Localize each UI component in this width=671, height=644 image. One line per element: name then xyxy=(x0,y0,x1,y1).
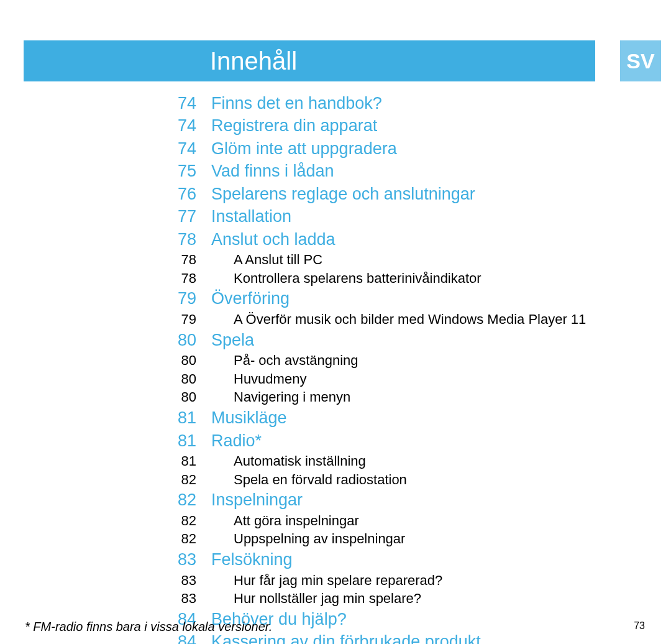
toc-page-number: 80 xyxy=(164,329,196,351)
toc-label: Anslut och ladda xyxy=(211,228,336,251)
toc-label: Spelarens reglage och anslutningar xyxy=(211,183,475,205)
toc-page-number: 78 xyxy=(164,228,196,251)
toc-label: Kontrollera spelarens batterinivåindikat… xyxy=(234,269,482,288)
toc-page-number: 83 xyxy=(164,571,196,590)
toc-section: 74Finns det en handbok? xyxy=(164,92,649,114)
toc-subsection: 80Navigering i menyn xyxy=(164,388,649,407)
toc-subsection: 82Uppspelning av inspelningar xyxy=(164,530,649,548)
toc-label: Spela en förvald radiostation xyxy=(234,471,407,489)
toc-label: Uppspelning av inspelningar xyxy=(234,530,405,548)
toc-label: Huvudmeny xyxy=(234,370,306,389)
header-title: Innehåll xyxy=(210,47,297,75)
toc-label: Installation xyxy=(211,205,291,228)
toc-page-number: 82 xyxy=(164,489,196,511)
toc-subsection: 80Huvudmeny xyxy=(164,370,649,389)
language-code: SV xyxy=(626,49,654,73)
toc-label: Registrera din apparat xyxy=(211,114,377,137)
toc-page-number: 81 xyxy=(164,430,196,452)
toc-page-number: 80 xyxy=(164,388,196,407)
toc-section: 80Spela xyxy=(164,329,649,351)
toc-subsection: 80På- och avstängning xyxy=(164,351,649,370)
toc-page-number: 76 xyxy=(164,183,196,205)
toc-subsection: 82Att göra inspelningar xyxy=(164,512,649,530)
toc-label: Glöm inte att uppgradera xyxy=(211,137,397,160)
toc-page-number: 78 xyxy=(164,251,196,269)
toc-label: Navigering i menyn xyxy=(234,388,350,407)
toc-page-number: 82 xyxy=(164,512,196,530)
toc-section: 83Felsökning xyxy=(164,548,649,571)
page: Innehåll SV 74Finns det en handbok?74Reg… xyxy=(0,0,671,644)
toc-label: Vad finns i lådan xyxy=(211,160,334,182)
toc-label: Radio* xyxy=(211,430,262,452)
toc-label: Finns det en handbok? xyxy=(211,92,382,114)
toc-section: 78Anslut och ladda xyxy=(164,228,649,251)
toc-subsection: 78A Anslut till PC xyxy=(164,251,649,269)
toc-page-number: 82 xyxy=(164,530,196,548)
toc-page-number: 83 xyxy=(164,589,196,608)
header-bar: Innehåll xyxy=(24,40,595,81)
toc-page-number: 75 xyxy=(164,160,196,182)
toc-page-number: 81 xyxy=(164,407,196,429)
toc-subsection: 82Spela en förvald radiostation xyxy=(164,471,649,489)
toc-label: Hur får jag min spelare reparerad? xyxy=(234,571,442,590)
footnote: * FM-radio finns bara i vissa lokala ver… xyxy=(25,620,272,634)
toc-section: 82Inspelningar xyxy=(164,489,649,511)
toc-label: Felsökning xyxy=(211,548,293,571)
toc-page-number: 81 xyxy=(164,452,196,471)
toc-page-number: 80 xyxy=(164,351,196,370)
toc-label: Musikläge xyxy=(211,407,287,429)
toc-page-number: 74 xyxy=(164,92,196,114)
toc-section: 76Spelarens reglage och anslutningar xyxy=(164,183,649,205)
toc-label: Inspelningar xyxy=(211,489,303,511)
toc-page-number: 77 xyxy=(164,205,196,228)
toc-subsection: 79A Överför musik och bilder med Windows… xyxy=(164,310,649,329)
toc-label: Överföring xyxy=(211,287,290,310)
toc-section: 74Glöm inte att uppgradera xyxy=(164,137,649,160)
toc-page-number: 74 xyxy=(164,137,196,160)
toc-label: A Anslut till PC xyxy=(234,251,322,269)
toc-section: 81Radio* xyxy=(164,430,649,452)
toc-label: A Överför musik och bilder med Windows M… xyxy=(234,310,586,329)
toc-page-number: 74 xyxy=(164,114,196,137)
toc-section: 74Registrera din apparat xyxy=(164,114,649,137)
toc-subsection: 83Hur nollställer jag min spelare? xyxy=(164,589,649,608)
table-of-contents: 74Finns det en handbok?74Registrera din … xyxy=(164,92,649,644)
toc-section: 77Installation xyxy=(164,205,649,228)
toc-subsection: 78Kontrollera spelarens batterinivåindik… xyxy=(164,269,649,288)
toc-page-number: 83 xyxy=(164,548,196,571)
toc-label: Hur nollställer jag min spelare? xyxy=(234,589,421,608)
toc-label: Att göra inspelningar xyxy=(234,512,359,530)
toc-section: 75Vad finns i lådan xyxy=(164,160,649,182)
toc-section: 79Överföring xyxy=(164,287,649,310)
toc-page-number: 78 xyxy=(164,269,196,288)
toc-section: 81Musikläge xyxy=(164,407,649,429)
toc-label: Automatisk inställning xyxy=(234,452,366,471)
toc-label: Spela xyxy=(211,329,254,351)
language-tab: SV xyxy=(620,40,661,81)
toc-subsection: 81Automatisk inställning xyxy=(164,452,649,471)
page-number: 73 xyxy=(634,620,645,632)
toc-page-number: 79 xyxy=(164,287,196,310)
toc-label: På- och avstängning xyxy=(234,351,358,370)
toc-page-number: 79 xyxy=(164,310,196,329)
toc-page-number: 82 xyxy=(164,471,196,489)
toc-page-number: 80 xyxy=(164,370,196,389)
toc-subsection: 83Hur får jag min spelare reparerad? xyxy=(164,571,649,590)
